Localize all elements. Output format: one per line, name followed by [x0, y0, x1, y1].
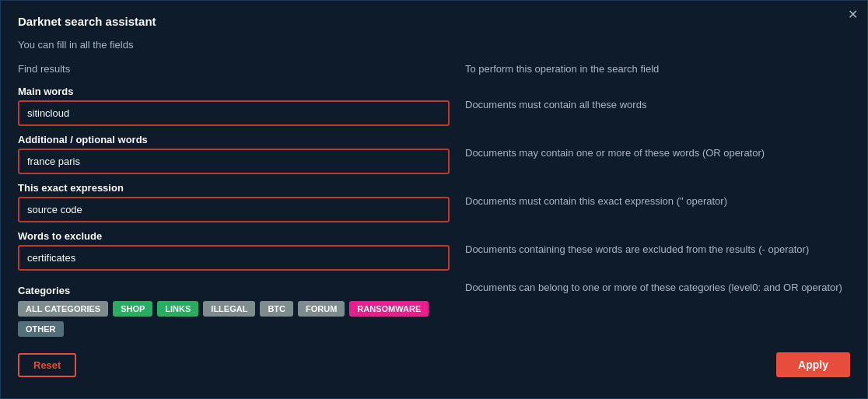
cat-tag-other[interactable]: OTHER: [18, 321, 64, 337]
operation-hint: To perform this operation in the search …: [450, 58, 850, 79]
main-words-hint: Documents must contain all these words: [450, 99, 850, 110]
exact-expression-hint: Documents must contain this exact expres…: [450, 195, 850, 207]
words-exclude-hint: Documents containing these words are exc…: [450, 243, 850, 255]
dialog-container: ✕ Darknet search assistant You can fill …: [0, 0, 868, 399]
additional-words-row: Additional / optional words Documents ma…: [18, 129, 850, 176]
categories-label: Categories: [18, 285, 450, 296]
bottom-row: Reset Apply: [18, 352, 850, 377]
reset-button[interactable]: Reset: [18, 353, 76, 377]
cat-tag-shop[interactable]: SHOP: [113, 301, 152, 317]
cat-tag-forum[interactable]: FORUM: [298, 301, 345, 317]
cat-tag-links[interactable]: LINKS: [157, 301, 198, 317]
categories-row: Categories ALL CATEGORIES SHOP LINKS ILL…: [18, 278, 850, 340]
find-results-label: Find results: [18, 58, 450, 79]
additional-words-label: Additional / optional words: [18, 134, 450, 145]
additional-words-hint: Documents may contain one or more of the…: [450, 147, 850, 159]
additional-words-input[interactable]: [18, 149, 450, 174]
words-exclude-input[interactable]: [18, 245, 450, 271]
main-words-label: Main words: [18, 86, 450, 97]
exact-expression-input[interactable]: [18, 197, 450, 222]
category-tags: ALL CATEGORIES SHOP LINKS ILLEGAL BTC FO…: [18, 301, 450, 337]
exact-expression-row: This exact expression Documents must con…: [18, 177, 850, 224]
categories-hint: Documents can belong to one or more of t…: [450, 278, 850, 293]
cat-tag-btc[interactable]: BTC: [260, 301, 293, 317]
exact-expression-label: This exact expression: [18, 182, 450, 194]
subtitle: You can fill in all the fields: [18, 39, 850, 51]
cat-tag-ransomware[interactable]: RANSOMWARE: [349, 301, 429, 317]
main-words-input[interactable]: [18, 100, 450, 126]
apply-button[interactable]: Apply: [776, 352, 850, 377]
words-exclude-label: Words to exclude: [18, 230, 450, 242]
main-words-row: Main words Documents must contain all th…: [18, 81, 850, 128]
words-exclude-row: Words to exclude Documents containing th…: [18, 226, 850, 272]
dialog-title: Darknet search assistant: [18, 15, 850, 28]
cat-tag-illegal[interactable]: ILLEGAL: [203, 301, 255, 317]
close-button[interactable]: ✕: [848, 9, 858, 21]
cat-tag-all[interactable]: ALL CATEGORIES: [18, 301, 108, 317]
